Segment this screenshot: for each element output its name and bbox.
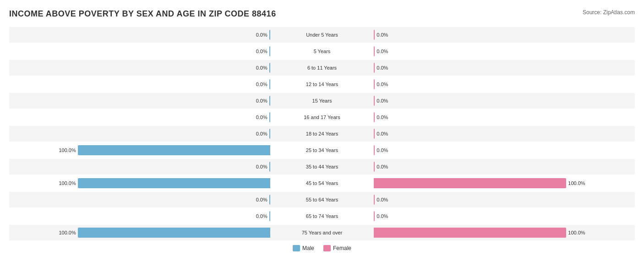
male-bar — [269, 79, 270, 89]
male-bar — [269, 162, 270, 172]
male-pct-label: 0.0% — [250, 49, 267, 54]
right-bar-container: 0.0% — [372, 145, 635, 155]
age-label: 12 to 14 Years — [272, 82, 372, 87]
age-label: 15 Years — [272, 98, 372, 103]
chart-row: 0.0% 12 to 14 Years 0.0% — [9, 76, 635, 92]
female-pct-label: 0.0% — [377, 65, 394, 71]
male-bar — [78, 178, 270, 188]
right-bar-container: 0.0% — [372, 195, 635, 205]
legend-male: Male — [293, 245, 314, 251]
female-bar — [374, 112, 375, 122]
chart-row: 0.0% 16 and 17 Years 0.0% — [9, 109, 635, 125]
age-label: 55 to 64 Years — [272, 197, 372, 202]
male-pct-label: 100.0% — [59, 180, 76, 186]
female-pct-label: 100.0% — [568, 180, 585, 186]
chart-row: 100.0% 75 Years and over 100.0% — [9, 225, 635, 240]
chart-row: 100.0% 45 to 54 Years 100.0% — [9, 175, 635, 191]
male-pct-label: 100.0% — [59, 230, 76, 235]
chart-header: INCOME ABOVE POVERTY BY SEX AND AGE IN Z… — [9, 9, 635, 19]
female-bar — [374, 63, 375, 73]
female-pct-label: 0.0% — [377, 197, 394, 202]
left-bar-container: 0.0% — [9, 79, 272, 89]
male-pct-label: 100.0% — [59, 147, 76, 153]
female-bar — [374, 129, 375, 139]
chart-title: INCOME ABOVE POVERTY BY SEX AND AGE IN Z… — [9, 9, 276, 19]
female-bar — [374, 96, 375, 106]
male-bar — [269, 96, 270, 106]
right-bar-container: 0.0% — [372, 63, 635, 73]
female-bar — [374, 228, 566, 238]
female-bar — [374, 145, 375, 155]
left-bar-container: 0.0% — [9, 162, 272, 172]
male-bar — [78, 145, 270, 155]
female-pct-label: 0.0% — [377, 213, 394, 219]
age-label: 18 to 24 Years — [272, 131, 372, 136]
male-pct-label: 0.0% — [250, 32, 267, 38]
male-pct-label: 0.0% — [250, 197, 267, 202]
chart-container: INCOME ABOVE POVERTY BY SEX AND AGE IN Z… — [9, 9, 635, 251]
male-pct-label: 0.0% — [250, 82, 267, 87]
right-bar-container: 0.0% — [372, 30, 635, 40]
right-bar-container: 0.0% — [372, 79, 635, 89]
left-bar-container: 100.0% — [9, 228, 272, 238]
male-pct-label: 0.0% — [250, 213, 267, 219]
male-bar — [269, 30, 270, 40]
left-bar-container: 0.0% — [9, 30, 272, 40]
legend-male-label: Male — [302, 245, 314, 251]
left-bar-container: 0.0% — [9, 96, 272, 106]
female-pct-label: 0.0% — [377, 32, 394, 38]
male-pct-label: 0.0% — [250, 114, 267, 120]
left-bar-container: 0.0% — [9, 195, 272, 205]
male-pct-label: 0.0% — [250, 131, 267, 136]
left-bar-container: 0.0% — [9, 63, 272, 73]
male-bar — [269, 46, 270, 56]
male-bar — [78, 228, 270, 238]
female-bar — [374, 46, 375, 56]
female-pct-label: 0.0% — [377, 131, 394, 136]
age-label: Under 5 Years — [272, 32, 372, 38]
chart-row: 0.0% 35 to 44 Years 0.0% — [9, 159, 635, 174]
female-pct-label: 0.0% — [377, 164, 394, 169]
right-bar-container: 0.0% — [372, 162, 635, 172]
left-bar-container: 0.0% — [9, 46, 272, 56]
left-bar-container: 0.0% — [9, 211, 272, 221]
age-label: 16 and 17 Years — [272, 114, 372, 120]
age-label: 35 to 44 Years — [272, 164, 372, 169]
male-bar — [269, 129, 270, 139]
male-bar — [269, 63, 270, 73]
female-pct-label: 0.0% — [377, 98, 394, 103]
age-label: 75 Years and over — [272, 230, 372, 235]
female-pct-label: 0.0% — [377, 49, 394, 54]
age-label: 25 to 34 Years — [272, 147, 372, 153]
chart-row: 0.0% 55 to 64 Years 0.0% — [9, 192, 635, 207]
male-pct-label: 0.0% — [250, 164, 267, 169]
right-bar-container: 0.0% — [372, 96, 635, 106]
right-bar-container: 0.0% — [372, 211, 635, 221]
female-pct-label: 0.0% — [377, 82, 394, 87]
left-bar-container: 100.0% — [9, 178, 272, 188]
right-bar-container: 100.0% — [372, 228, 635, 238]
male-bar — [269, 211, 270, 221]
age-label: 5 Years — [272, 49, 372, 54]
female-pct-label: 0.0% — [377, 114, 394, 120]
left-bar-container: 0.0% — [9, 129, 272, 139]
female-bar — [374, 30, 375, 40]
chart-body: 0.0% Under 5 Years 0.0% 0.0% 5 Years 0.0… — [9, 27, 635, 240]
chart-row: 0.0% 18 to 24 Years 0.0% — [9, 126, 635, 142]
chart-source: Source: ZipAtlas.com — [583, 9, 635, 16]
left-bar-container: 0.0% — [9, 112, 272, 122]
legend-female: Female — [323, 245, 351, 251]
right-bar-container: 0.0% — [372, 46, 635, 56]
female-bar — [374, 79, 375, 89]
right-bar-container: 100.0% — [372, 178, 635, 188]
age-label: 65 to 74 Years — [272, 213, 372, 219]
chart-row: 0.0% Under 5 Years 0.0% — [9, 27, 635, 43]
chart-row: 0.0% 6 to 11 Years 0.0% — [9, 60, 635, 76]
legend-male-icon — [293, 245, 300, 251]
legend-female-icon — [323, 245, 331, 251]
chart-legend: Male Female — [9, 245, 635, 251]
legend-female-label: Female — [333, 245, 351, 251]
female-bar — [374, 178, 566, 188]
right-bar-container: 0.0% — [372, 112, 635, 122]
chart-row: 0.0% 5 Years 0.0% — [9, 44, 635, 59]
